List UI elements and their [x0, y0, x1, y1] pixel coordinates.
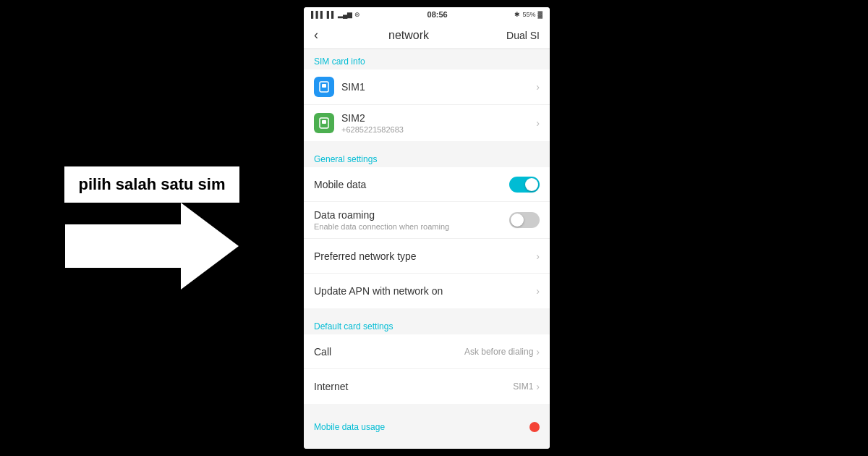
- mobile-data-item[interactable]: Mobile data: [304, 167, 550, 202]
- arrow-indicator: [65, 203, 239, 290]
- preferred-network-right: ›: [536, 250, 540, 262]
- phone-frame: ▌▌▌ ▌▌ ▂▄▆ ⊛ 08:56 ✱ 55% ▓ ‹ network Dua…: [304, 7, 550, 449]
- mobile-data-toggle-knob: [525, 178, 538, 191]
- status-right-icons: ✱ 55% ▓: [514, 11, 542, 18]
- annotation-panel: pilih salah satu sim: [0, 0, 304, 456]
- svg-rect-3: [322, 120, 326, 124]
- call-title: Call: [314, 346, 464, 358]
- sim2-text: SIM2 +6285221582683: [341, 112, 536, 134]
- call-value: Ask before dialing: [464, 347, 533, 357]
- mobile-data-toggle[interactable]: [509, 177, 540, 193]
- mobile-data-title: Mobile data: [314, 179, 509, 190]
- internet-value: SIM1: [513, 381, 533, 392]
- call-right: Ask before dialing ›: [464, 346, 540, 358]
- sim2-icon: [314, 113, 334, 133]
- annotation-text: pilih salah satu sim: [64, 166, 240, 203]
- mobile-data-text: Mobile data: [314, 179, 509, 190]
- arrow-head: [181, 203, 239, 290]
- page-title: network: [311, 29, 506, 42]
- internet-right: SIM1 ›: [513, 381, 540, 392]
- general-settings-header: General settings: [304, 147, 550, 167]
- update-apn-chevron: ›: [536, 285, 540, 297]
- sim1-right: ›: [536, 81, 540, 93]
- data-roaming-subtitle: Enable data connection when roaming: [314, 222, 509, 231]
- nav-right-label: Dual SI: [506, 30, 540, 41]
- mobile-data-usage-text: Mobile data usage: [314, 422, 529, 432]
- status-time: 08:56: [427, 10, 448, 19]
- sim-card-info-group: SIM1 › SIM2 +6285221582683: [304, 69, 550, 141]
- update-apn-title: Update APN with network on: [314, 285, 536, 297]
- sim1-text: SIM1: [341, 81, 536, 93]
- data-roaming-title: Data roaming: [314, 209, 509, 221]
- sim1-item[interactable]: SIM1 ›: [304, 69, 550, 105]
- data-roaming-toggle[interactable]: [509, 212, 540, 228]
- sim1-title: SIM1: [341, 81, 536, 93]
- preferred-network-chevron: ›: [536, 250, 540, 262]
- sim2-chevron: ›: [536, 117, 540, 129]
- sim1-chevron: ›: [536, 81, 540, 93]
- notification-dot: [529, 422, 540, 432]
- preferred-network-item[interactable]: Preferred network type ›: [304, 239, 550, 274]
- arrow-body: [65, 224, 181, 268]
- svg-rect-1: [322, 84, 326, 88]
- update-apn-text: Update APN with network on: [314, 285, 536, 297]
- mobile-data-usage-title: Mobile data usage: [314, 422, 529, 432]
- status-left-icons: ▌▌▌ ▌▌ ▂▄▆ ⊛: [311, 11, 360, 18]
- data-roaming-text: Data roaming Enable data connection when…: [314, 209, 509, 231]
- call-item[interactable]: Call Ask before dialing ›: [304, 334, 550, 369]
- default-card-header: Default card settings: [304, 314, 550, 334]
- nav-bar: ‹ network Dual SI: [304, 22, 550, 49]
- data-roaming-toggle-knob: [511, 214, 524, 227]
- default-card-group: Call Ask before dialing › Internet SIM1 …: [304, 334, 550, 404]
- right-panel: [550, 0, 868, 456]
- sim2-subtitle: +6285221582683: [341, 125, 536, 134]
- sim2-item[interactable]: SIM2 +6285221582683 ›: [304, 105, 550, 141]
- settings-content: SIM card info SIM1 ›: [304, 49, 550, 449]
- internet-chevron: ›: [536, 381, 540, 392]
- sim1-icon: [314, 77, 334, 97]
- internet-title: Internet: [314, 381, 513, 392]
- sim2-title: SIM2: [341, 112, 536, 124]
- sim-card-info-header: SIM card info: [304, 49, 550, 69]
- update-apn-item[interactable]: Update APN with network on ›: [304, 274, 550, 308]
- preferred-network-text: Preferred network type: [314, 250, 536, 262]
- bluetooth-icon: ✱: [514, 11, 520, 18]
- preferred-network-title: Preferred network type: [314, 250, 536, 262]
- data-roaming-item[interactable]: Data roaming Enable data connection when…: [304, 202, 550, 239]
- general-settings-group: Mobile data Data roaming Enable data con…: [304, 167, 550, 308]
- call-text: Call: [314, 346, 464, 358]
- sim2-right: ›: [536, 117, 540, 129]
- update-apn-right: ›: [536, 285, 540, 297]
- internet-text: Internet: [314, 381, 513, 392]
- mobile-data-usage-item[interactable]: Mobile data usage: [304, 410, 550, 444]
- battery-icon: ▓: [537, 11, 542, 18]
- call-chevron: ›: [536, 346, 540, 358]
- signal-icons: ▌▌▌ ▌▌ ▂▄▆ ⊛: [311, 11, 360, 18]
- status-bar: ▌▌▌ ▌▌ ▂▄▆ ⊛ 08:56 ✱ 55% ▓: [304, 7, 550, 22]
- battery-label: 55%: [522, 11, 535, 18]
- internet-item[interactable]: Internet SIM1 ›: [304, 369, 550, 404]
